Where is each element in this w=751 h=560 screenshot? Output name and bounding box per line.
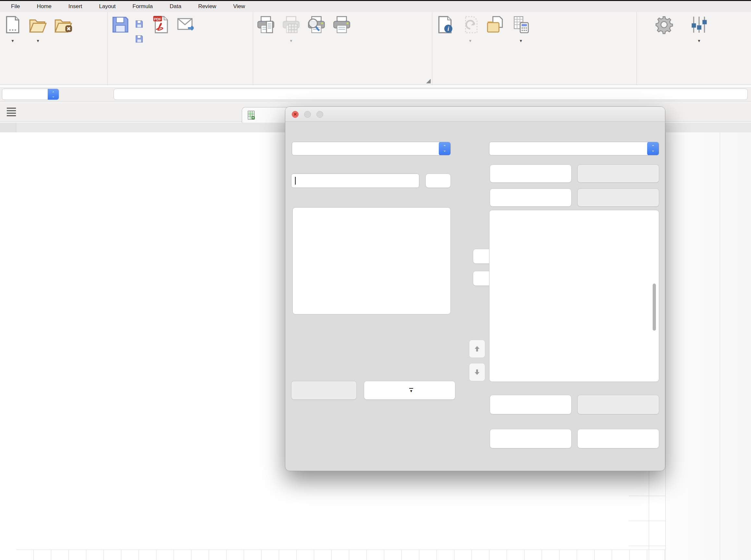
far-columns-area[interactable] <box>665 133 751 560</box>
new-button[interactable] <box>490 164 572 183</box>
calc-sheet-icon <box>246 110 256 120</box>
list-scrollbar-thumb[interactable] <box>653 284 656 331</box>
delete-button[interactable] <box>577 188 659 207</box>
move-up-button[interactable] <box>469 340 485 358</box>
target-commands-list <box>489 210 659 382</box>
clear-search-button[interactable] <box>426 174 451 188</box>
dropdown-menu-icon: ▼ <box>409 388 413 393</box>
close-traffic-light[interactable]: ✕ <box>292 111 299 118</box>
down-arrow-icon <box>473 368 481 376</box>
select-all-corner[interactable] <box>0 123 16 133</box>
reset-button[interactable] <box>490 188 572 207</box>
reset-all-button[interactable] <box>490 429 572 448</box>
row-headers <box>0 0 16 560</box>
rename-group-button[interactable] <box>577 395 659 414</box>
dialog-title-bar[interactable]: ✕ <box>285 107 665 122</box>
text-caret <box>295 177 296 185</box>
move-down-button[interactable] <box>469 363 485 381</box>
close-button[interactable] <box>577 429 659 448</box>
up-arrow-icon <box>473 344 481 353</box>
customize-dialog: ✕ ⌃⌄ ⌃⌄ <box>285 106 665 471</box>
minimize-traffic-light[interactable] <box>304 111 311 118</box>
rename-button[interactable] <box>577 164 659 183</box>
edit-button[interactable] <box>291 381 357 400</box>
zoom-traffic-light[interactable] <box>316 111 323 118</box>
quick-search-input[interactable] <box>291 174 419 188</box>
select-stepper-icon: ⌃⌄ <box>647 142 659 155</box>
floating-document-tab[interactable] <box>242 107 291 123</box>
new-group-button[interactable] <box>490 395 572 414</box>
categories-select[interactable]: ⌃⌄ <box>292 142 451 155</box>
select-stepper-icon: ⌃⌄ <box>439 142 451 155</box>
shortcut-keys-button[interactable]: ▼ <box>364 381 455 400</box>
application-window: FileHomeInsertLayoutFormulaDataReviewVie… <box>0 0 751 560</box>
commands-list <box>292 207 451 314</box>
customize-target-select[interactable]: ⌃⌄ <box>489 142 659 155</box>
